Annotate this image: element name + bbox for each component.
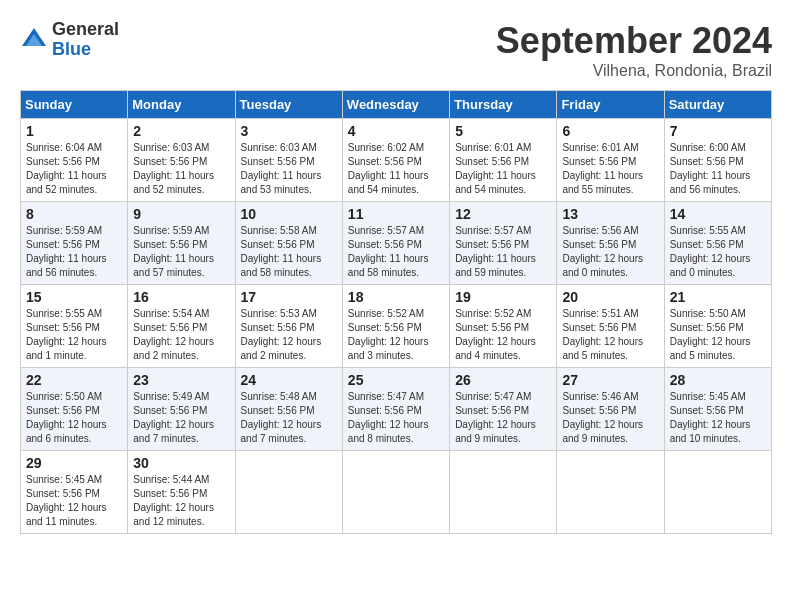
day-number: 20 bbox=[562, 289, 658, 305]
table-row bbox=[450, 451, 557, 534]
day-number: 1 bbox=[26, 123, 122, 139]
day-info: Sunrise: 5:59 AM Sunset: 5:56 PM Dayligh… bbox=[133, 224, 229, 280]
day-number: 11 bbox=[348, 206, 444, 222]
day-number: 27 bbox=[562, 372, 658, 388]
day-info: Sunrise: 6:03 AM Sunset: 5:56 PM Dayligh… bbox=[241, 141, 337, 197]
table-row: 27Sunrise: 5:46 AM Sunset: 5:56 PM Dayli… bbox=[557, 368, 664, 451]
day-info: Sunrise: 5:53 AM Sunset: 5:56 PM Dayligh… bbox=[241, 307, 337, 363]
table-row: 23Sunrise: 5:49 AM Sunset: 5:56 PM Dayli… bbox=[128, 368, 235, 451]
calendar-table: Sunday Monday Tuesday Wednesday Thursday… bbox=[20, 90, 772, 534]
day-info: Sunrise: 5:55 AM Sunset: 5:56 PM Dayligh… bbox=[26, 307, 122, 363]
day-number: 7 bbox=[670, 123, 766, 139]
day-number: 12 bbox=[455, 206, 551, 222]
table-row bbox=[664, 451, 771, 534]
day-info: Sunrise: 5:45 AM Sunset: 5:56 PM Dayligh… bbox=[670, 390, 766, 446]
table-row: 20Sunrise: 5:51 AM Sunset: 5:56 PM Dayli… bbox=[557, 285, 664, 368]
logo: General Blue bbox=[20, 20, 119, 60]
day-info: Sunrise: 5:44 AM Sunset: 5:56 PM Dayligh… bbox=[133, 473, 229, 529]
day-info: Sunrise: 5:51 AM Sunset: 5:56 PM Dayligh… bbox=[562, 307, 658, 363]
table-row: 11Sunrise: 5:57 AM Sunset: 5:56 PM Dayli… bbox=[342, 202, 449, 285]
table-row: 7Sunrise: 6:00 AM Sunset: 5:56 PM Daylig… bbox=[664, 119, 771, 202]
month-title: September 2024 bbox=[496, 20, 772, 62]
calendar-header-row: Sunday Monday Tuesday Wednesday Thursday… bbox=[21, 91, 772, 119]
day-number: 23 bbox=[133, 372, 229, 388]
day-number: 28 bbox=[670, 372, 766, 388]
day-info: Sunrise: 5:59 AM Sunset: 5:56 PM Dayligh… bbox=[26, 224, 122, 280]
day-info: Sunrise: 5:55 AM Sunset: 5:56 PM Dayligh… bbox=[670, 224, 766, 280]
day-number: 9 bbox=[133, 206, 229, 222]
day-info: Sunrise: 6:03 AM Sunset: 5:56 PM Dayligh… bbox=[133, 141, 229, 197]
title-area: September 2024 Vilhena, Rondonia, Brazil bbox=[496, 20, 772, 80]
day-info: Sunrise: 6:04 AM Sunset: 5:56 PM Dayligh… bbox=[26, 141, 122, 197]
table-row: 13Sunrise: 5:56 AM Sunset: 5:56 PM Dayli… bbox=[557, 202, 664, 285]
col-monday: Monday bbox=[128, 91, 235, 119]
day-info: Sunrise: 6:01 AM Sunset: 5:56 PM Dayligh… bbox=[455, 141, 551, 197]
table-row: 16Sunrise: 5:54 AM Sunset: 5:56 PM Dayli… bbox=[128, 285, 235, 368]
table-row: 9Sunrise: 5:59 AM Sunset: 5:56 PM Daylig… bbox=[128, 202, 235, 285]
week-row-3: 15Sunrise: 5:55 AM Sunset: 5:56 PM Dayli… bbox=[21, 285, 772, 368]
logo-general: General bbox=[52, 20, 119, 40]
day-info: Sunrise: 5:47 AM Sunset: 5:56 PM Dayligh… bbox=[348, 390, 444, 446]
table-row: 2Sunrise: 6:03 AM Sunset: 5:56 PM Daylig… bbox=[128, 119, 235, 202]
day-info: Sunrise: 6:00 AM Sunset: 5:56 PM Dayligh… bbox=[670, 141, 766, 197]
day-number: 15 bbox=[26, 289, 122, 305]
table-row: 24Sunrise: 5:48 AM Sunset: 5:56 PM Dayli… bbox=[235, 368, 342, 451]
day-number: 10 bbox=[241, 206, 337, 222]
day-number: 17 bbox=[241, 289, 337, 305]
day-info: Sunrise: 5:57 AM Sunset: 5:56 PM Dayligh… bbox=[455, 224, 551, 280]
day-number: 19 bbox=[455, 289, 551, 305]
col-thursday: Thursday bbox=[450, 91, 557, 119]
table-row bbox=[342, 451, 449, 534]
table-row: 1Sunrise: 6:04 AM Sunset: 5:56 PM Daylig… bbox=[21, 119, 128, 202]
day-info: Sunrise: 6:02 AM Sunset: 5:56 PM Dayligh… bbox=[348, 141, 444, 197]
week-row-2: 8Sunrise: 5:59 AM Sunset: 5:56 PM Daylig… bbox=[21, 202, 772, 285]
day-info: Sunrise: 5:57 AM Sunset: 5:56 PM Dayligh… bbox=[348, 224, 444, 280]
day-info: Sunrise: 5:47 AM Sunset: 5:56 PM Dayligh… bbox=[455, 390, 551, 446]
col-sunday: Sunday bbox=[21, 91, 128, 119]
day-info: Sunrise: 5:49 AM Sunset: 5:56 PM Dayligh… bbox=[133, 390, 229, 446]
day-number: 25 bbox=[348, 372, 444, 388]
day-number: 24 bbox=[241, 372, 337, 388]
table-row bbox=[235, 451, 342, 534]
table-row: 4Sunrise: 6:02 AM Sunset: 5:56 PM Daylig… bbox=[342, 119, 449, 202]
table-row: 26Sunrise: 5:47 AM Sunset: 5:56 PM Dayli… bbox=[450, 368, 557, 451]
logo-blue: Blue bbox=[52, 40, 119, 60]
day-info: Sunrise: 5:58 AM Sunset: 5:56 PM Dayligh… bbox=[241, 224, 337, 280]
day-number: 22 bbox=[26, 372, 122, 388]
day-number: 16 bbox=[133, 289, 229, 305]
table-row: 6Sunrise: 6:01 AM Sunset: 5:56 PM Daylig… bbox=[557, 119, 664, 202]
day-number: 26 bbox=[455, 372, 551, 388]
day-number: 30 bbox=[133, 455, 229, 471]
table-row: 17Sunrise: 5:53 AM Sunset: 5:56 PM Dayli… bbox=[235, 285, 342, 368]
day-info: Sunrise: 6:01 AM Sunset: 5:56 PM Dayligh… bbox=[562, 141, 658, 197]
day-number: 4 bbox=[348, 123, 444, 139]
day-number: 21 bbox=[670, 289, 766, 305]
day-info: Sunrise: 5:50 AM Sunset: 5:56 PM Dayligh… bbox=[26, 390, 122, 446]
table-row: 22Sunrise: 5:50 AM Sunset: 5:56 PM Dayli… bbox=[21, 368, 128, 451]
table-row: 28Sunrise: 5:45 AM Sunset: 5:56 PM Dayli… bbox=[664, 368, 771, 451]
day-info: Sunrise: 5:46 AM Sunset: 5:56 PM Dayligh… bbox=[562, 390, 658, 446]
table-row bbox=[557, 451, 664, 534]
day-number: 18 bbox=[348, 289, 444, 305]
table-row: 15Sunrise: 5:55 AM Sunset: 5:56 PM Dayli… bbox=[21, 285, 128, 368]
day-info: Sunrise: 5:56 AM Sunset: 5:56 PM Dayligh… bbox=[562, 224, 658, 280]
table-row: 30Sunrise: 5:44 AM Sunset: 5:56 PM Dayli… bbox=[128, 451, 235, 534]
table-row: 12Sunrise: 5:57 AM Sunset: 5:56 PM Dayli… bbox=[450, 202, 557, 285]
day-info: Sunrise: 5:50 AM Sunset: 5:56 PM Dayligh… bbox=[670, 307, 766, 363]
week-row-1: 1Sunrise: 6:04 AM Sunset: 5:56 PM Daylig… bbox=[21, 119, 772, 202]
day-info: Sunrise: 5:52 AM Sunset: 5:56 PM Dayligh… bbox=[455, 307, 551, 363]
table-row: 14Sunrise: 5:55 AM Sunset: 5:56 PM Dayli… bbox=[664, 202, 771, 285]
week-row-4: 22Sunrise: 5:50 AM Sunset: 5:56 PM Dayli… bbox=[21, 368, 772, 451]
col-tuesday: Tuesday bbox=[235, 91, 342, 119]
day-info: Sunrise: 5:52 AM Sunset: 5:56 PM Dayligh… bbox=[348, 307, 444, 363]
table-row: 5Sunrise: 6:01 AM Sunset: 5:56 PM Daylig… bbox=[450, 119, 557, 202]
day-number: 8 bbox=[26, 206, 122, 222]
table-row: 29Sunrise: 5:45 AM Sunset: 5:56 PM Dayli… bbox=[21, 451, 128, 534]
col-saturday: Saturday bbox=[664, 91, 771, 119]
day-number: 3 bbox=[241, 123, 337, 139]
day-info: Sunrise: 5:48 AM Sunset: 5:56 PM Dayligh… bbox=[241, 390, 337, 446]
logo-text: General Blue bbox=[52, 20, 119, 60]
table-row: 21Sunrise: 5:50 AM Sunset: 5:56 PM Dayli… bbox=[664, 285, 771, 368]
day-number: 2 bbox=[133, 123, 229, 139]
col-friday: Friday bbox=[557, 91, 664, 119]
